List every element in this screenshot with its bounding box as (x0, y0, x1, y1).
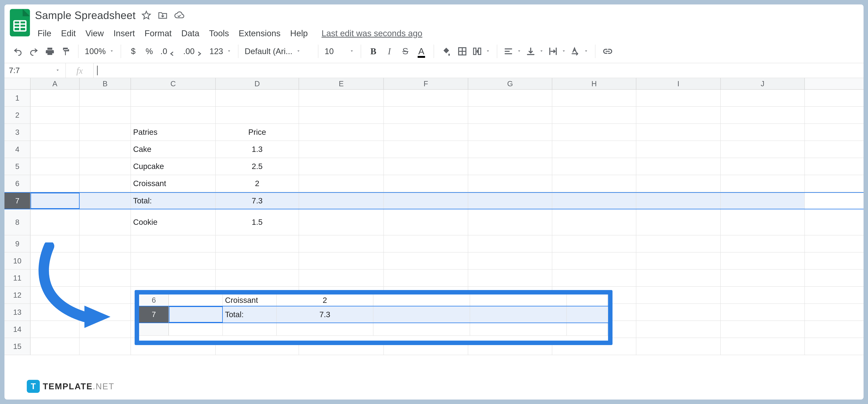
more-formats-dropdown[interactable]: 123 (209, 46, 231, 56)
cell-I5[interactable] (636, 158, 721, 175)
text-rotation-dropdown[interactable] (570, 46, 589, 56)
cell-E1[interactable] (299, 90, 384, 106)
cell-A1[interactable] (31, 90, 80, 106)
cell-A11[interactable] (31, 270, 80, 286)
row-header-12[interactable]: 12 (4, 287, 31, 303)
format-currency-button[interactable]: $ (127, 44, 139, 58)
cell-J6[interactable] (721, 175, 805, 192)
menu-insert[interactable]: Insert (112, 27, 136, 39)
cell-B6[interactable] (80, 175, 131, 192)
cell-I14[interactable] (636, 321, 721, 338)
font-size-dropdown[interactable]: 10 (325, 46, 354, 56)
text-wrap-dropdown[interactable] (548, 46, 566, 56)
row-header-15[interactable]: 15 (4, 338, 31, 355)
last-edit-status[interactable]: Last edit was seconds ago (321, 28, 422, 38)
row-header-6[interactable]: 6 (4, 175, 31, 192)
cell-A14[interactable] (31, 321, 80, 338)
borders-button[interactable] (456, 44, 468, 58)
cell-B8[interactable] (80, 209, 131, 235)
cell-I15[interactable] (636, 338, 721, 355)
cell-B5[interactable] (80, 158, 131, 175)
cell-D6[interactable]: 2 (216, 175, 299, 192)
cell-F10[interactable] (384, 252, 468, 269)
cell-C7[interactable]: Total: (131, 193, 216, 209)
cell-I1[interactable] (636, 90, 721, 106)
text-color-button[interactable]: A (415, 44, 427, 58)
cell-F6[interactable] (384, 175, 468, 192)
menu-format[interactable]: Format (143, 27, 173, 39)
cell-E5[interactable] (299, 158, 384, 175)
menu-data[interactable]: Data (180, 27, 201, 39)
row-header-8[interactable]: 8 (4, 209, 31, 235)
cell-H9[interactable] (552, 236, 636, 252)
cell-J1[interactable] (721, 90, 805, 106)
cell-G5[interactable] (468, 158, 552, 175)
cell-J4[interactable] (721, 141, 805, 158)
menu-edit[interactable]: Edit (60, 27, 77, 39)
cell-B14[interactable] (80, 321, 131, 338)
cell-J14[interactable] (721, 321, 805, 338)
column-header-H[interactable]: H (552, 78, 636, 89)
column-header-C[interactable]: C (131, 78, 216, 89)
cell-B2[interactable] (80, 107, 131, 123)
cell-C9[interactable] (131, 236, 216, 252)
cell-B1[interactable] (80, 90, 131, 106)
cell-F5[interactable] (384, 158, 468, 175)
cell-C2[interactable] (131, 107, 216, 123)
menu-help[interactable]: Help (289, 27, 309, 39)
cell-G11[interactable] (468, 270, 552, 286)
row-header-10[interactable]: 10 (4, 252, 31, 269)
decrease-decimal-button[interactable]: .0 (159, 44, 178, 58)
cell-H1[interactable] (552, 90, 636, 106)
column-header-D[interactable]: D (216, 78, 299, 89)
cell-C3[interactable]: Patries (131, 124, 216, 141)
column-header-G[interactable]: G (468, 78, 552, 89)
cell-J10[interactable] (721, 252, 805, 269)
vertical-align-dropdown[interactable] (526, 46, 544, 56)
cell-H3[interactable] (552, 124, 636, 141)
column-header-A[interactable]: A (31, 78, 80, 89)
cell-A12[interactable] (31, 287, 80, 303)
undo-button[interactable] (12, 44, 24, 58)
cell-J9[interactable] (721, 236, 805, 252)
cell-I4[interactable] (636, 141, 721, 158)
cell-I9[interactable] (636, 236, 721, 252)
name-box[interactable]: 7:7 (4, 63, 66, 78)
cell-J5[interactable] (721, 158, 805, 175)
redo-button[interactable] (28, 44, 40, 58)
cell-B11[interactable] (80, 270, 131, 286)
cell-G8[interactable] (468, 209, 552, 235)
cell-A7[interactable] (31, 193, 80, 209)
cell-C11[interactable] (131, 270, 216, 286)
cell-A3[interactable] (31, 124, 80, 141)
menu-view[interactable]: View (84, 27, 105, 39)
cloud-status-icon[interactable] (174, 10, 185, 21)
cell-I7[interactable] (636, 193, 721, 209)
cell-E3[interactable] (299, 124, 384, 141)
fill-color-button[interactable] (440, 44, 452, 58)
cell-D5[interactable]: 2.5 (216, 158, 299, 175)
cell-J11[interactable] (721, 270, 805, 286)
row-header-7[interactable]: 7 (4, 193, 31, 209)
row-header-9[interactable]: 9 (4, 236, 31, 252)
row-header-4[interactable]: 4 (4, 141, 31, 158)
cell-E2[interactable] (299, 107, 384, 123)
cell-C4[interactable]: Cake (131, 141, 216, 158)
cell-A2[interactable] (31, 107, 80, 123)
column-header-F[interactable]: F (384, 78, 468, 89)
cell-J2[interactable] (721, 107, 805, 123)
cell-D11[interactable] (216, 270, 299, 286)
bold-button[interactable]: B (367, 44, 379, 58)
cell-I10[interactable] (636, 252, 721, 269)
cell-F1[interactable] (384, 90, 468, 106)
cell-D9[interactable] (216, 236, 299, 252)
cell-F2[interactable] (384, 107, 468, 123)
select-all-corner[interactable] (4, 78, 31, 89)
cell-G1[interactable] (468, 90, 552, 106)
zoom-dropdown[interactable]: 100% (85, 46, 114, 56)
cell-E10[interactable] (299, 252, 384, 269)
cell-A9[interactable] (31, 236, 80, 252)
cell-A4[interactable] (31, 141, 80, 158)
menu-extensions[interactable]: Extensions (237, 27, 282, 39)
cell-J8[interactable] (721, 209, 805, 235)
